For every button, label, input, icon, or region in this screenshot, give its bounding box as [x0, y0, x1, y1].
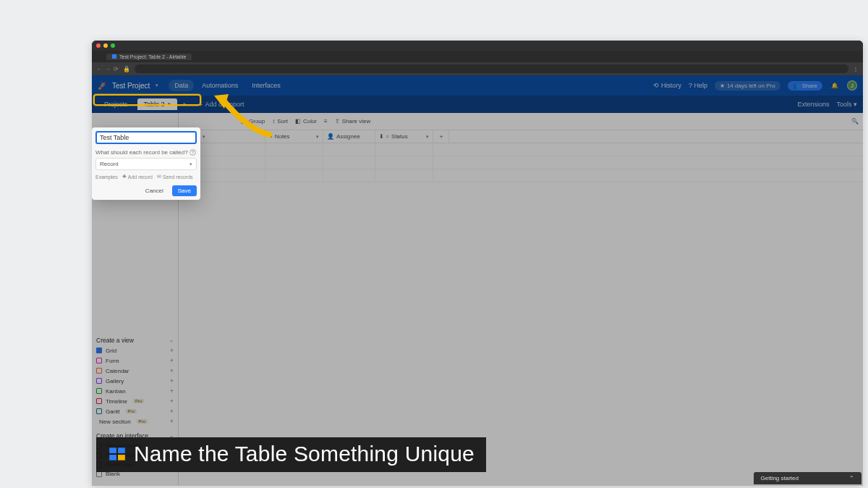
view-option-timeline[interactable]: TimelinePro+: [96, 396, 174, 406]
extension-icon[interactable]: ⋮: [853, 66, 859, 72]
svg-rect-3: [118, 455, 125, 460]
header-nav: Data Automations Interfaces: [169, 80, 286, 91]
tools-label: Tools: [836, 101, 851, 108]
row-height-button[interactable]: ≡: [324, 118, 328, 125]
share-view-label: Share view: [342, 118, 371, 125]
share-view-button[interactable]: ⇪ Share view: [335, 118, 371, 125]
view-option-kanban[interactable]: Kanban+: [96, 386, 174, 396]
table-tab-active[interactable]: Table 2▾: [137, 98, 177, 110]
caption-logo-icon: [108, 445, 127, 463]
group-button[interactable]: ▦ Group: [241, 118, 265, 125]
sort-button[interactable]: ↕ Sort: [272, 118, 288, 125]
record-noun-select[interactable]: Record ▾: [95, 158, 197, 170]
back-icon[interactable]: ←: [96, 66, 102, 72]
table-tab-projects[interactable]: Projects: [98, 98, 135, 110]
nav-automations[interactable]: Automations: [196, 80, 244, 91]
add-table-button[interactable]: ＋ Add or import: [192, 98, 250, 112]
notifications-icon[interactable]: 🔔: [830, 80, 840, 91]
cancel-button[interactable]: Cancel: [141, 185, 168, 196]
color-label: Color: [303, 118, 317, 125]
col-notes[interactable]: ≡ Notes▾: [265, 130, 323, 143]
col-label: Status: [391, 133, 408, 140]
table-tab-label: Projects: [104, 101, 128, 108]
app-header: 🚀 Test Project ▾ Data Automations Interf…: [92, 75, 863, 96]
help-icon[interactable]: ?: [190, 149, 196, 156]
chevron-down-icon[interactable]: ▾: [156, 83, 158, 88]
table-bar: Projects Table 2▾ ▾ ＋ Add or import Exte…: [92, 96, 863, 113]
col-name[interactable]: A ▾: [193, 130, 265, 143]
content-area: Create a view⌄Grid+Form+Calendar+Gallery…: [92, 113, 863, 486]
search-icon[interactable]: 🔍: [851, 118, 859, 125]
record-question-label: What should each record be called?: [95, 149, 188, 156]
view-option-gantt[interactable]: GanttPro+: [96, 406, 174, 416]
browser-window: Test Project: Table 2 - Airtable ← → ⟳ 🔒…: [92, 41, 863, 486]
example-add-record: ✚ Add record: [122, 174, 153, 180]
view-option-gallery[interactable]: Gallery+: [96, 376, 174, 386]
address-bar[interactable]: [135, 64, 848, 73]
chevron-down-icon: ▾: [190, 161, 192, 167]
project-name[interactable]: Test Project: [112, 82, 150, 90]
extensions-link[interactable]: Extensions: [797, 101, 829, 108]
table-tab-label: Table 2: [144, 101, 165, 108]
help-link[interactable]: ? Help: [689, 82, 707, 89]
table-row[interactable]: [179, 169, 863, 182]
example-send-records: ✉ Send records: [157, 174, 193, 180]
create-view-header[interactable]: Create a view⌄: [96, 335, 174, 345]
svg-rect-1: [118, 447, 125, 453]
save-button[interactable]: Save: [172, 185, 197, 196]
group-label: Group: [249, 118, 265, 125]
color-button[interactable]: ◧ Color: [295, 118, 317, 125]
trial-label: 14 days left on Pro: [727, 83, 775, 89]
avatar[interactable]: J: [847, 80, 857, 91]
history-link[interactable]: ⟲ History: [653, 82, 681, 89]
svg-rect-0: [109, 447, 116, 453]
getting-started-panel[interactable]: Getting started ⌃: [754, 472, 861, 484]
browser-nav: ← → ⟳: [96, 66, 119, 72]
table-row[interactable]: [179, 156, 863, 169]
browser-tab[interactable]: Test Project: Table 2 - Airtable: [106, 54, 192, 60]
record-noun-value: Record: [100, 161, 119, 167]
tools-link[interactable]: Tools ▾: [836, 101, 857, 108]
tutorial-caption: Name the Table Something Unique: [96, 437, 486, 472]
macos-titlebar: [92, 41, 863, 51]
col-status[interactable]: ⬇ ○ Status▾: [375, 130, 433, 143]
record-question-row: What should each record be called? ?: [95, 148, 197, 156]
sort-label: Sort: [277, 118, 288, 125]
history-label: History: [661, 82, 681, 89]
table-name-input[interactable]: [100, 134, 192, 141]
lock-icon: 🔒: [123, 66, 130, 72]
view-option-calendar[interactable]: Calendar+: [96, 366, 174, 376]
browser-urlbar: ← → ⟳ 🔒 ⋮: [92, 62, 863, 75]
col-assignee[interactable]: 👤 Assignee: [323, 130, 375, 143]
getting-started-label: Getting started: [761, 475, 799, 481]
window-close[interactable]: [96, 43, 101, 48]
airtable-app: 🚀 Test Project ▾ Data Automations Interf…: [92, 75, 863, 486]
nav-data[interactable]: Data: [169, 80, 194, 91]
reload-icon[interactable]: ⟳: [114, 66, 119, 72]
add-column-button[interactable]: ＋: [433, 130, 449, 143]
forward-icon[interactable]: →: [105, 66, 111, 72]
col-label: Assignee: [336, 133, 360, 140]
view-option-grid[interactable]: Grid+: [96, 345, 174, 356]
window-minimize[interactable]: [103, 43, 108, 48]
nav-interfaces[interactable]: Interfaces: [246, 80, 286, 91]
chevron-down-icon[interactable]: ▾: [180, 101, 189, 107]
column-header-row: ☐ A ▾ ≡ Notes▾ 👤 Assignee ⬇ ○ Status▾ ＋: [179, 130, 863, 143]
rename-table-dialog: What should each record be called? ? Rec…: [92, 127, 200, 200]
svg-rect-2: [109, 455, 116, 460]
chevron-down-icon[interactable]: ▾: [168, 101, 171, 107]
add-table-label: Add or import: [205, 101, 244, 108]
view-option-form[interactable]: Form+: [96, 356, 174, 366]
share-button[interactable]: 👥 Share: [788, 81, 822, 91]
new-section[interactable]: New sectionPro+: [96, 416, 174, 426]
window-maximize[interactable]: [111, 43, 115, 48]
browser-tab-title: Test Project: Table 2 - Airtable: [119, 54, 186, 59]
table-row[interactable]: [179, 143, 863, 156]
grid-main: ▦ Group ↕ Sort ◧ Color ≡ ⇪ Share view 🔍 …: [179, 113, 863, 486]
help-label: Help: [694, 82, 707, 89]
chevron-up-icon: ⌃: [849, 475, 854, 481]
trial-pill[interactable]: ★ 14 days left on Pro: [715, 81, 780, 91]
base-icon: 🚀: [98, 82, 106, 90]
table-name-input-wrap: [95, 131, 197, 144]
caption-text: Name the Table Something Unique: [134, 442, 475, 466]
